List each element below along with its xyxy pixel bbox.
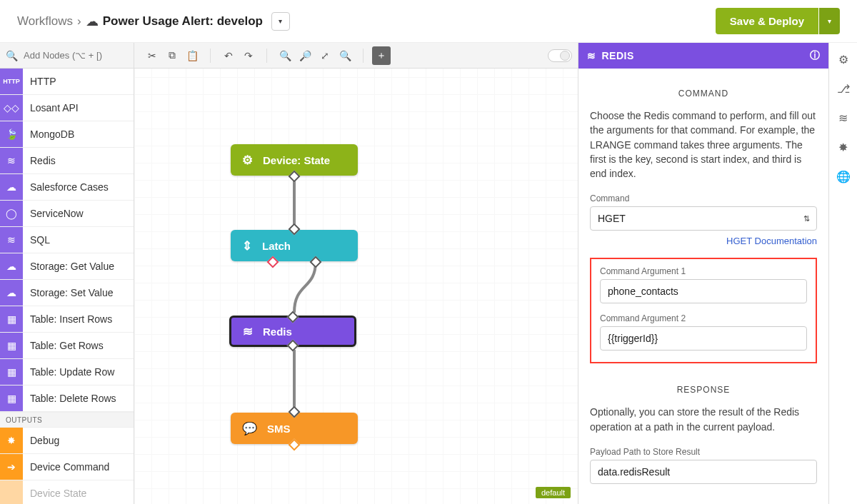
database-icon[interactable]: ≋	[838, 111, 848, 125]
node-input-port[interactable]	[289, 223, 301, 236]
palette-label: Table: Insert Rows	[23, 313, 112, 325]
palette-item-storage-get[interactable]: ☁ Storage: Get Value	[0, 253, 134, 280]
config-title: REDIS	[602, 50, 634, 61]
arg2-input[interactable]	[600, 326, 807, 351]
canvas-viewport[interactable]: ⚙ Device: State ⇕ Latch ≋ Redis 💬 SMS	[134, 69, 578, 504]
add-note-button[interactable]: ＋	[372, 46, 391, 65]
outputs-header: OUTPUTS	[0, 412, 134, 428]
help-icon[interactable]: ⓘ	[810, 49, 821, 62]
result-path-input[interactable]	[590, 460, 817, 484]
device-state-icon	[0, 480, 23, 504]
search-icon: 🔍	[6, 50, 18, 61]
palette-item-mongodb[interactable]: 🍃 MongoDB	[0, 121, 134, 148]
node-latch[interactable]: ⇕ Latch	[231, 230, 358, 261]
palette-item-storage-set[interactable]: ☁ Storage: Set Value	[0, 280, 134, 306]
node-redis[interactable]: ≋ Redis	[229, 316, 356, 347]
palette-label: SQL	[23, 234, 50, 246]
toolbar-sep	[363, 49, 364, 63]
arg1-label: Command Argument 1	[600, 266, 807, 276]
redo-button[interactable]: ↷	[239, 46, 258, 65]
command-doc-link[interactable]: HGET Documentation	[726, 236, 817, 246]
palette-label: Device State	[23, 488, 86, 499]
node-input-port[interactable]	[289, 406, 301, 418]
cut-button[interactable]: ✂	[143, 46, 161, 65]
palette-item-debug[interactable]: ✸ Debug	[0, 428, 134, 454]
node-label: Redis	[263, 326, 292, 338]
palette-item-losant-api[interactable]: ◇◇ Losant API	[0, 95, 134, 121]
latch-icon: ⇕	[242, 238, 252, 253]
palette-item-table-delete[interactable]: ▦ Table: Delete Rows	[0, 385, 134, 412]
node-output-port[interactable]	[287, 340, 299, 352]
add-nodes-search[interactable]	[22, 49, 145, 61]
palette-label: Table: Get Rows	[23, 340, 104, 351]
palette-label: HTTP	[23, 76, 56, 87]
zoom-in-button[interactable]: 🔎	[296, 46, 314, 65]
node-device-state[interactable]: ⚙ Device: State	[231, 144, 358, 176]
node-label: Device: State	[263, 154, 330, 166]
command-select[interactable]: HGET	[590, 206, 817, 231]
bug-icon[interactable]: ✸	[838, 141, 848, 154]
command-label: Command	[590, 193, 817, 203]
mongodb-icon: 🍃	[0, 121, 23, 147]
palette-item-table-insert[interactable]: ▦ Table: Insert Rows	[0, 306, 134, 333]
node-label: Latch	[262, 240, 291, 252]
node-output-port-true[interactable]	[310, 256, 322, 268]
workflow-title: Power Usage Alert: develop	[103, 14, 263, 29]
node-output-port[interactable]	[289, 439, 301, 451]
cloud-upload-icon: ☁	[0, 280, 23, 306]
palette-label: ServiceNow	[23, 208, 84, 219]
right-rail: ⚙ ⎇ ≋ ✸ 🌐	[828, 43, 857, 504]
debug-toggle[interactable]	[548, 49, 572, 62]
find-button[interactable]: 🔍	[336, 46, 354, 65]
workflow-canvas[interactable]: ✂ ⧉ 📋 ↶ ↷ 🔍 🔎 ⤢ 🔍 ＋	[134, 43, 578, 504]
paste-button[interactable]: 📋	[183, 46, 201, 65]
palette-item-table-get[interactable]: ▦ Table: Get Rows	[0, 333, 134, 359]
page-header: Workflows › ☁ Power Usage Alert: develop…	[0, 0, 857, 43]
debug-icon: ✸	[0, 428, 23, 453]
palette-item-http[interactable]: HTTP HTTP	[0, 69, 134, 95]
node-output-port-false[interactable]	[266, 256, 279, 268]
palette-search-row: 🔍 ←	[0, 43, 134, 69]
globe-icon[interactable]: 🌐	[836, 170, 851, 183]
table-icon: ▦	[0, 385, 23, 411]
database-icon: ≋	[587, 50, 596, 61]
breadcrumb: Workflows › ☁ Power Usage Alert: develop…	[17, 12, 290, 31]
palette-item-table-update[interactable]: ▦ Table: Update Row	[0, 359, 134, 385]
node-input-port[interactable]	[287, 311, 299, 323]
save-deploy-split[interactable]: ▾	[819, 8, 840, 34]
node-sms[interactable]: 💬 SMS	[231, 413, 358, 444]
palette-label: MongoDB	[23, 128, 74, 140]
palette-item-sql[interactable]: ≋ SQL	[0, 227, 134, 253]
sql-icon: ≋	[0, 227, 23, 253]
palette-label: Redis	[23, 155, 56, 166]
palette-item-servicenow[interactable]: ◯ ServiceNow	[0, 201, 134, 227]
servicenow-icon: ◯	[0, 201, 23, 226]
device-command-icon: ➔	[0, 454, 23, 480]
gear-icon: ⚙	[242, 153, 253, 168]
palette-item-redis[interactable]: ≋ Redis	[0, 148, 134, 174]
palette-item-device-state[interactable]: Device State	[0, 480, 134, 504]
node-output-port[interactable]	[289, 171, 301, 183]
palette-item-salesforce[interactable]: ☁ Salesforce Cases	[0, 174, 134, 201]
save-deploy-button[interactable]: Save & Deploy	[716, 8, 818, 34]
cloud-download-icon: ☁	[0, 253, 23, 279]
copy-button[interactable]: ⧉	[163, 46, 181, 65]
zoom-fit-button[interactable]: ⤢	[316, 46, 334, 65]
breadcrumb-root[interactable]: Workflows	[17, 14, 73, 29]
breadcrumb-sep: ›	[77, 14, 81, 29]
default-version-badge: default	[536, 487, 571, 498]
undo-button[interactable]: ↶	[219, 46, 238, 65]
section-response-title: RESPONSE	[590, 379, 817, 405]
workflow-dropdown[interactable]: ▾	[271, 12, 290, 31]
cloud-icon: ☁	[86, 14, 99, 29]
zoom-out-button[interactable]: 🔍	[276, 46, 294, 65]
command-intro: Choose the Redis command to perform, and…	[590, 109, 817, 181]
palette-label: Storage: Get Value	[23, 261, 114, 272]
palette-item-device-command[interactable]: ➔ Device Command	[0, 454, 134, 480]
palette-label: Salesforce Cases	[23, 181, 109, 193]
arg1-input[interactable]	[600, 279, 807, 303]
gear-icon[interactable]: ⚙	[838, 53, 848, 66]
palette-label: Table: Delete Rows	[23, 393, 116, 404]
branch-icon[interactable]: ⎇	[837, 82, 850, 96]
palette-label: Storage: Set Value	[23, 287, 113, 298]
